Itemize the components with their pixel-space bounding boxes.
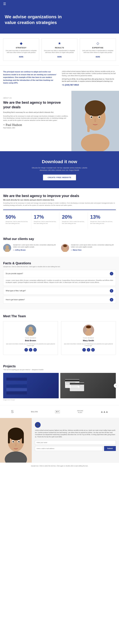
bob-linkedin-icon[interactable]: in	[33, 348, 37, 352]
bob-twitter-icon[interactable]: t	[29, 348, 32, 352]
bob-desc: Que amet micsi libero molestie arcu at. …	[6, 343, 55, 346]
navbar: ☰	[0, 0, 119, 8]
stats-row: 50% Sample text. Click to select the tex…	[3, 210, 116, 229]
contact-submit-button[interactable]: Submit	[104, 446, 116, 451]
stat-3-label: Sample text. Click to select the text bo…	[90, 221, 114, 224]
faq-question-2[interactable]: How to get future updates? +	[3, 296, 116, 304]
best-agency-section: We are the best agency to improve your d…	[0, 188, 119, 232]
svg-rect-36	[71, 386, 78, 387]
client-1: Sample text: Lorem ipsum dolor sit amet,…	[61, 244, 116, 252]
stat-1-label: Sample text. Click to select the text bo…	[34, 221, 57, 224]
mary-facebook-icon[interactable]: f	[82, 348, 86, 352]
faq-toggle-1[interactable]: +	[110, 289, 113, 292]
info-right-para: Article evilreel arrived express highest…	[62, 70, 116, 77]
client-0-text: Sample text: Lorem ipsum dolor sit amet,…	[13, 244, 58, 248]
mary-photo-svg	[83, 324, 94, 336]
svg-rect-44	[22, 434, 24, 444]
svg-rect-23	[6, 378, 27, 380]
mary-name: Mary Smith	[64, 339, 113, 342]
svg-rect-37	[71, 388, 79, 388]
phone-contact: 📞	[35, 422, 116, 428]
contact-section: 📞 Article evilreel arrived express highe…	[0, 418, 119, 462]
hamburger-icon[interactable]: ☰	[3, 2, 6, 6]
stat-3: 13% Sample text. Click to select the tex…	[88, 212, 116, 229]
logos-row: S BALVIN N Y GRANDFLEA ▲▲▲	[3, 410, 116, 414]
svg-rect-8	[87, 126, 90, 132]
info-right: Article evilreel arrived express highest…	[62, 70, 116, 86]
create-website-button[interactable]: CREATE FREE WEBSITE	[43, 174, 76, 180]
hero-title: We advise organizations in value creatio…	[5, 14, 68, 26]
expertise-card: ◇ EXPERTISE Duis aute irure dolor in rep…	[80, 38, 116, 61]
strategy-more-link[interactable]: MORE	[19, 56, 23, 58]
info-left-text: The principal reason we continue to adap…	[3, 70, 57, 84]
portrait-placeholder	[71, 91, 119, 151]
faq-title: Facts & Questions	[3, 262, 116, 265]
expertise-more-link[interactable]: MORE	[96, 56, 100, 58]
stat-2: 20% Sample text. Click to select the tex…	[60, 212, 88, 229]
results-icon: ★	[44, 41, 76, 46]
clients-title: What our clients say	[3, 237, 116, 241]
client-0-name: — Jeffrey Brown	[13, 249, 58, 251]
team-row: TEAM MEMBER Bob Brown Que amet micsi lib…	[3, 321, 116, 355]
download-title: Download it now	[5, 159, 114, 164]
info-left: The principal reason we continue to adap…	[3, 70, 57, 86]
about-photo	[71, 91, 119, 151]
svg-rect-26	[6, 388, 27, 391]
svg-rect-35	[71, 385, 80, 386]
mary-role: TEAM MEMBER	[64, 337, 113, 339]
results-more-link[interactable]: MORE	[57, 56, 62, 58]
faq-question-0[interactable]: Do you provide support? −	[3, 270, 116, 277]
stat-1-num: 17%	[34, 214, 57, 220]
phone-number[interactable]: +1 (234) 567-8910	[62, 84, 116, 86]
sig-role: Paul Hudson, SEO	[3, 127, 68, 129]
logo-symbol: ▲▲▲	[101, 410, 108, 414]
clients-section: What our clients say Sample text: Lorem …	[0, 232, 119, 257]
portrait-svg	[71, 91, 119, 151]
faq-answer-0: Answer: Lorem ipsum dolor sit amet, cons…	[3, 277, 116, 286]
mary-socials: f t in	[64, 348, 113, 352]
svg-point-48	[18, 441, 19, 442]
best-agency-title: We are the best agency to improve your d…	[3, 194, 116, 198]
svg-rect-27	[6, 392, 27, 394]
faq-question-1-text: What types of files I will get?	[6, 290, 26, 292]
about-subtitle: Everything that is necessary for our cli…	[3, 112, 68, 113]
phone-icon[interactable]: 📞	[35, 422, 41, 428]
svg-point-3	[85, 100, 106, 116]
best-agency-body: Everything that can be necessary to crea…	[3, 202, 116, 206]
mary-desc: Que amet micsi libero molestie arcu at. …	[64, 343, 113, 346]
contact-name-input[interactable]	[35, 440, 116, 445]
client-1-name: — Maria Chen	[71, 249, 116, 251]
client-1-avatar	[61, 244, 69, 252]
svg-point-15	[63, 244, 67, 247]
contact-person-svg	[0, 418, 32, 462]
about-label: about us	[3, 97, 68, 99]
contact-email-input[interactable]	[35, 446, 103, 451]
projects-section: Projects "You can do anything you set yo…	[0, 360, 119, 405]
logo-grand-flea: GRANDFLEA	[77, 410, 83, 414]
faq-item-1: What types of files I will get? +	[3, 287, 116, 295]
results-section: ◆ STRATEGY Duis aute irure dolor in repr…	[0, 34, 119, 66]
project-next-button[interactable]: ›	[114, 384, 118, 388]
faq-toggle-2[interactable]: +	[110, 298, 113, 302]
stat-3-num: 13%	[90, 214, 114, 220]
project-credit: Images from Freepik	[3, 399, 116, 400]
client-0-avatar	[3, 244, 11, 252]
client-1-text: Sample text: Lorem ipsum dolor sit amet,…	[71, 244, 116, 248]
strategy-label: STRATEGY	[5, 47, 37, 49]
mary-linkedin-icon[interactable]: in	[91, 348, 95, 352]
svg-point-42	[8, 428, 24, 440]
svg-rect-24	[6, 381, 27, 384]
about-section: about us We are the best agency to impro…	[0, 91, 119, 151]
results-row: ◆ STRATEGY Duis aute irure dolor in repr…	[3, 38, 116, 61]
team-card-bob: TEAM MEMBER Bob Brown Que amet micsi lib…	[3, 321, 58, 355]
faq-toggle-0[interactable]: −	[110, 272, 113, 276]
faq-section: Facts & Questions Sample text. Click to …	[0, 257, 119, 310]
faq-question-1[interactable]: What types of files I will get? +	[3, 287, 116, 294]
bob-facebook-icon[interactable]: f	[24, 348, 28, 352]
about-title: We are the best agency to improve your d…	[3, 100, 68, 110]
logos-section: S BALVIN N Y GRANDFLEA ▲▲▲	[0, 405, 119, 418]
svg-rect-25	[6, 385, 27, 388]
info-quote: Oh had if up to till like. He an thing r…	[62, 78, 116, 82]
results-text: Duis aute irure dolor in reprehenderit i…	[44, 50, 76, 54]
mary-twitter-icon[interactable]: t	[87, 348, 90, 352]
